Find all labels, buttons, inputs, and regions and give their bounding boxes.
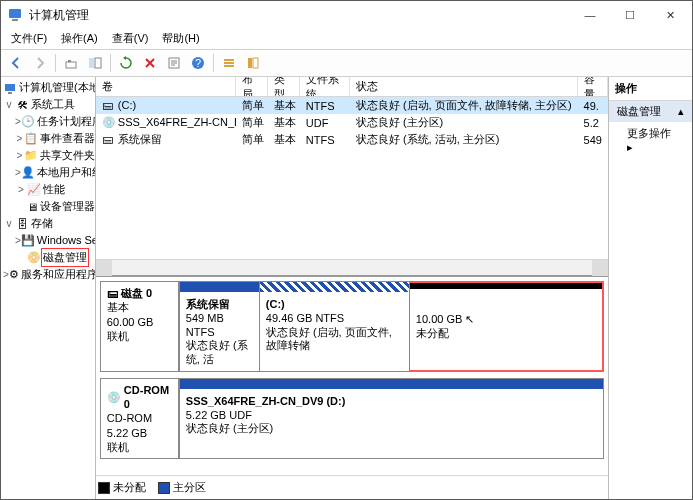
forward-button[interactable] [29, 52, 51, 74]
col-fs[interactable]: 文件系统 [300, 77, 350, 96]
svg-rect-9 [224, 59, 234, 61]
cdrom-row[interactable]: 💿CD-ROM 0 CD-ROM 5.22 GB 联机 SSS_X64FRE_Z… [100, 378, 604, 459]
legend: 未分配 主分区 [96, 475, 608, 499]
volume-list: 🖴(C:) 简单 基本 NTFS 状态良好 (启动, 页面文件, 故障转储, 主… [96, 97, 608, 148]
svg-rect-12 [248, 58, 252, 68]
svg-rect-10 [224, 62, 234, 64]
close-button[interactable]: ✕ [650, 1, 690, 29]
action-diskmgmt[interactable]: 磁盘管理▴ [609, 101, 692, 122]
svg-text:?: ? [195, 57, 201, 69]
svg-rect-5 [95, 58, 101, 68]
collapse-icon: ▴ [678, 105, 684, 118]
legend-unalloc: 未分配 [98, 480, 146, 495]
h-scrollbar[interactable] [96, 259, 608, 275]
partition-dvd[interactable]: SSS_X64FRE_ZH-CN_DV9 (D:)5.22 GB UDF状态良好… [179, 379, 603, 458]
col-cap[interactable]: 容量 [578, 77, 608, 96]
show-hide-button[interactable] [84, 52, 106, 74]
detail-view-button[interactable] [242, 52, 264, 74]
svg-rect-4 [89, 58, 94, 68]
chevron-right-icon: ▸ [627, 141, 633, 153]
tree-wsbackup[interactable]: >💾Windows Server 备份 [1, 232, 95, 249]
tree-shared[interactable]: >📁共享文件夹 [1, 147, 95, 164]
tree-perf[interactable]: >📈性能 [1, 181, 95, 198]
menu-help[interactable]: 帮助(H) [156, 29, 205, 49]
window-title: 计算机管理 [29, 7, 570, 24]
menu-action[interactable]: 操作(A) [55, 29, 104, 49]
col-type[interactable]: 类型 [268, 77, 300, 96]
disc-icon: 💿 [102, 116, 116, 130]
actions-pane: 操作 磁盘管理▴ 更多操作 ▸ [609, 77, 692, 499]
tree-root[interactable]: 计算机管理(本地) [1, 79, 95, 96]
volume-icon: 🖴 [102, 99, 116, 113]
disc-icon: 💿 [107, 390, 121, 404]
back-button[interactable] [5, 52, 27, 74]
svg-rect-0 [9, 9, 21, 18]
tree-localusers[interactable]: >👤本地用户和组 [1, 164, 95, 181]
cursor-icon: ↖ [465, 313, 474, 325]
volume-row[interactable]: 🖴系统保留 简单 基本 NTFS 状态良好 (系统, 活动, 主分区) 549 [96, 131, 608, 148]
tree-pane: 计算机管理(本地) v🛠系统工具 >🕒任务计划程序 >📋事件查看器 >📁共享文件… [1, 77, 96, 499]
disk-map: 🖴磁盘 0 基本 60.00 GB 联机 系统保留549 MB NTFS状态良好… [96, 275, 608, 475]
action-more[interactable]: 更多操作 ▸ [609, 122, 692, 158]
refresh-button[interactable] [115, 52, 137, 74]
tree-services[interactable]: >⚙服务和应用程序 [1, 266, 95, 283]
svg-rect-14 [5, 84, 15, 91]
menubar: 文件(F) 操作(A) 查看(V) 帮助(H) [1, 29, 692, 49]
tree-eventviewer[interactable]: >📋事件查看器 [1, 130, 95, 147]
minimize-button[interactable]: — [570, 1, 610, 29]
svg-rect-15 [8, 92, 12, 94]
partition-unallocated[interactable]: 10.00 GB ↖未分配 [409, 282, 603, 371]
legend-primary: 主分区 [158, 480, 206, 495]
tree-diskmgmt[interactable]: 📀磁盘管理 [1, 249, 95, 266]
svg-rect-2 [66, 62, 76, 68]
menu-view[interactable]: 查看(V) [106, 29, 155, 49]
disk-info: 🖴磁盘 0 基本 60.00 GB 联机 [101, 282, 179, 371]
tree-systools[interactable]: v🛠系统工具 [1, 96, 95, 113]
svg-rect-13 [253, 58, 258, 68]
menu-file[interactable]: 文件(F) [5, 29, 53, 49]
col-layout[interactable]: 布局 [236, 77, 268, 96]
up-button[interactable] [60, 52, 82, 74]
tree-devmgr[interactable]: 🖥设备管理器 [1, 198, 95, 215]
disk-icon: 🖴 [107, 286, 118, 300]
toolbar: ? [1, 49, 692, 77]
partition-c[interactable]: (C:)49.46 GB NTFS状态良好 (启动, 页面文件, 故障转储 [259, 282, 409, 371]
tree-tasksched[interactable]: >🕒任务计划程序 [1, 113, 95, 130]
titlebar: 计算机管理 — ☐ ✕ [1, 1, 692, 29]
volume-row[interactable]: 💿SSS_X64FRE_ZH-CN_DV9 (D:) 简单 基本 UDF 状态良… [96, 114, 608, 131]
tree-storage[interactable]: v🗄存储 [1, 215, 95, 232]
disk-row[interactable]: 🖴磁盘 0 基本 60.00 GB 联机 系统保留549 MB NTFS状态良好… [100, 281, 604, 372]
volume-list-header: 卷 布局 类型 文件系统 状态 容量 [96, 77, 608, 97]
svg-rect-3 [68, 60, 71, 62]
svg-rect-1 [12, 19, 18, 21]
center-pane: 卷 布局 类型 文件系统 状态 容量 🖴(C:) 简单 基本 NTFS 状态良好… [96, 77, 609, 499]
volume-icon: 🖴 [102, 133, 116, 147]
list-view-button[interactable] [218, 52, 240, 74]
svg-rect-11 [224, 65, 234, 67]
app-icon [7, 7, 23, 23]
delete-button[interactable] [139, 52, 161, 74]
properties-button[interactable] [163, 52, 185, 74]
maximize-button[interactable]: ☐ [610, 1, 650, 29]
help-button[interactable]: ? [187, 52, 209, 74]
col-status[interactable]: 状态 [350, 77, 578, 96]
disk-info: 💿CD-ROM 0 CD-ROM 5.22 GB 联机 [101, 379, 179, 458]
col-volume[interactable]: 卷 [96, 77, 236, 96]
partition-sysreserved[interactable]: 系统保留549 MB NTFS状态良好 (系统, 活 [179, 282, 259, 371]
volume-row[interactable]: 🖴(C:) 简单 基本 NTFS 状态良好 (启动, 页面文件, 故障转储, 主… [96, 97, 608, 114]
actions-title: 操作 [609, 77, 692, 101]
